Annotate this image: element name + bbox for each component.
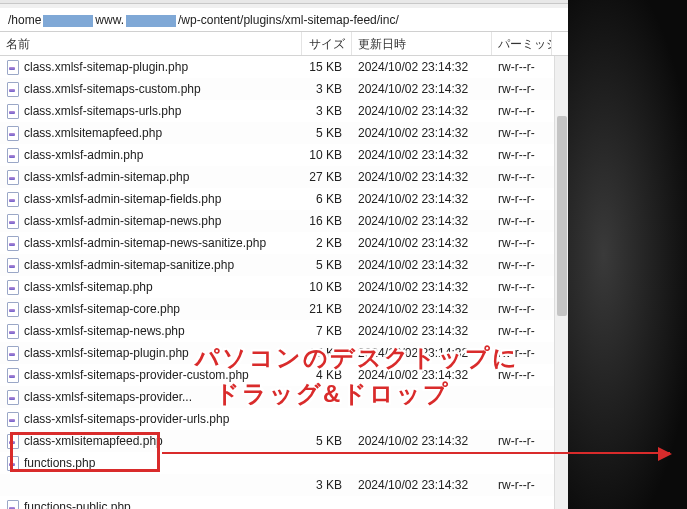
path-mid: www. (95, 13, 124, 27)
cell-size: 10 KB (302, 276, 352, 298)
cell-date: 2024/10/02 23:14:32 (352, 276, 492, 298)
table-row[interactable]: functions.php (0, 452, 568, 474)
table-row[interactable]: class-xmlsf-sitemaps-provider-urls.php (0, 408, 568, 430)
table-row[interactable]: class-xmlsf-admin-sitemap-sanitize.php5 … (0, 254, 568, 276)
cell-size: 15 KB (302, 56, 352, 78)
table-row[interactable]: functions-public.php (0, 496, 568, 509)
cell-perm (492, 408, 552, 430)
cell-size: 7 KB (302, 320, 352, 342)
php-file-icon (6, 104, 20, 118)
cell-perm (492, 452, 552, 474)
table-row[interactable]: class.xmlsf-sitemap-plugin.php15 KB2024/… (0, 56, 568, 78)
php-file-icon (6, 346, 20, 360)
cell-name[interactable]: class-xmlsf-admin-sitemap-fields.php (0, 188, 302, 210)
table-row[interactable]: class-xmlsf-admin-sitemap-news-sanitize.… (0, 232, 568, 254)
cell-size: 3 KB (302, 474, 352, 496)
table-row[interactable]: class.xmlsitemapfeed.php5 KB2024/10/02 2… (0, 122, 568, 144)
cell-name[interactable]: class-xmlsf-admin-sitemap-sanitize.php (0, 254, 302, 276)
table-row[interactable]: 3 KB2024/10/02 23:14:32rw-r--r- (0, 474, 568, 496)
file-name-label: class-xmlsf-sitemaps-provider-urls.php (24, 408, 229, 430)
cell-name[interactable]: class-xmlsf-admin.php (0, 144, 302, 166)
php-file-icon (6, 148, 20, 162)
php-file-icon (6, 126, 20, 140)
cell-date: 2024/10/02 23:14:32 (352, 210, 492, 232)
table-row[interactable]: class-xmlsf-sitemap.php10 KB2024/10/02 2… (0, 276, 568, 298)
cell-name[interactable]: class.xmlsf-sitemap-plugin.php (0, 56, 302, 78)
php-file-icon (6, 500, 20, 509)
file-name-label: class.xmlsitemapfeed.php (24, 122, 162, 144)
cell-perm: rw-r--r- (492, 210, 552, 232)
cell-size: 10 KB (302, 144, 352, 166)
scrollbar-thumb[interactable] (557, 116, 567, 316)
file-name-label: class-xmlsf-sitemap-core.php (24, 298, 180, 320)
table-row[interactable]: class-xmlsf-sitemaps-provider... (0, 386, 568, 408)
table-row[interactable]: class-xmlsf-admin-sitemap.php27 KB2024/1… (0, 166, 568, 188)
cell-size (302, 408, 352, 430)
php-file-icon (6, 280, 20, 294)
path-prefix: /home (8, 13, 41, 27)
table-row[interactable]: class-xmlsf-admin-sitemap-fields.php6 KB… (0, 188, 568, 210)
cell-perm: rw-r--r- (492, 56, 552, 78)
cell-name[interactable]: class-xmlsf-sitemaps-provider-urls.php (0, 408, 302, 430)
cell-name[interactable]: class.xmlsitemapfeed.php (0, 122, 302, 144)
table-row[interactable]: class-xmlsf-sitemaps-provider-custom.php… (0, 364, 568, 386)
table-row[interactable]: class-xmlsf-sitemap-core.php21 KB2024/10… (0, 298, 568, 320)
cell-date (352, 408, 492, 430)
file-name-label: class-xmlsf-sitemaps-provider-custom.php (24, 364, 249, 386)
column-header-row: 名前 サイズ 更新日時 パーミッシ (0, 32, 568, 56)
table-row[interactable]: class-xmlsf-sitemap-news.php7 KB2024/10/… (0, 320, 568, 342)
cell-name[interactable]: functions-public.php (0, 496, 302, 509)
cell-name[interactable]: class-xmlsf-admin-sitemap-news.php (0, 210, 302, 232)
cell-size: 5 KB (302, 254, 352, 276)
cell-perm: rw-r--r- (492, 232, 552, 254)
cell-size (302, 386, 352, 408)
table-row[interactable]: class-xmlsf-sitemap-plugin.php17 KB2024/… (0, 342, 568, 364)
column-header-name[interactable]: 名前 (0, 32, 302, 55)
table-row[interactable]: class-xmlsitemapfeed.php5 KB2024/10/02 2… (0, 430, 568, 452)
table-row[interactable]: class-xmlsf-admin.php10 KB2024/10/02 23:… (0, 144, 568, 166)
path-bar[interactable]: /homewww./wp-content/plugins/xml-sitemap… (0, 8, 568, 32)
path-suffix: /wp-content/plugins/xml-sitemap-feed/inc… (178, 13, 399, 27)
cell-name[interactable] (0, 474, 302, 496)
cell-size: 27 KB (302, 166, 352, 188)
scrollbar[interactable] (554, 56, 568, 509)
cell-perm: rw-r--r- (492, 144, 552, 166)
cell-name[interactable]: class-xmlsf-sitemap.php (0, 276, 302, 298)
cell-name[interactable]: functions.php (0, 452, 302, 474)
cell-date: 2024/10/02 23:14:32 (352, 254, 492, 276)
file-name-label: class.xmlsf-sitemap-plugin.php (24, 56, 188, 78)
file-list[interactable]: class.xmlsf-sitemap-plugin.php15 KB2024/… (0, 56, 568, 509)
php-file-icon (6, 368, 20, 382)
cell-size: 6 KB (302, 188, 352, 210)
cell-perm: rw-r--r- (492, 100, 552, 122)
file-name-label: class-xmlsf-sitemap-news.php (24, 320, 185, 342)
cell-name[interactable]: class-xmlsf-sitemap-plugin.php (0, 342, 302, 364)
file-name-label: class-xmlsf-admin-sitemap-sanitize.php (24, 254, 234, 276)
cell-name[interactable]: class-xmlsf-sitemaps-provider-custom.php (0, 364, 302, 386)
table-row[interactable]: class.xmlsf-sitemaps-urls.php3 KB2024/10… (0, 100, 568, 122)
file-name-label: functions.php (24, 452, 95, 474)
cell-name[interactable]: class-xmlsf-sitemap-core.php (0, 298, 302, 320)
cell-name[interactable]: class-xmlsitemapfeed.php (0, 430, 302, 452)
table-row[interactable]: class-xmlsf-admin-sitemap-news.php16 KB2… (0, 210, 568, 232)
cell-size: 2 KB (302, 232, 352, 254)
table-row[interactable]: class.xmlsf-sitemaps-custom.php3 KB2024/… (0, 78, 568, 100)
column-header-date[interactable]: 更新日時 (352, 32, 492, 55)
cell-name[interactable]: class.xmlsf-sitemaps-custom.php (0, 78, 302, 100)
side-dark-panel (568, 0, 687, 509)
file-name-label: class.xmlsf-sitemaps-urls.php (24, 100, 181, 122)
php-file-icon (6, 236, 20, 250)
cell-perm: rw-r--r- (492, 342, 552, 364)
cell-name[interactable]: class-xmlsf-sitemap-news.php (0, 320, 302, 342)
cell-name[interactable]: class-xmlsf-admin-sitemap.php (0, 166, 302, 188)
cell-name[interactable]: class-xmlsf-sitemaps-provider... (0, 386, 302, 408)
cell-name[interactable]: class-xmlsf-admin-sitemap-news-sanitize.… (0, 232, 302, 254)
cell-date (352, 452, 492, 474)
cell-name[interactable]: class.xmlsf-sitemaps-urls.php (0, 100, 302, 122)
cell-date: 2024/10/02 23:14:32 (352, 188, 492, 210)
php-file-icon (6, 192, 20, 206)
cell-perm: rw-r--r- (492, 364, 552, 386)
column-header-size[interactable]: サイズ (302, 32, 352, 55)
column-header-perm[interactable]: パーミッシ (492, 32, 552, 55)
cell-perm: rw-r--r- (492, 122, 552, 144)
